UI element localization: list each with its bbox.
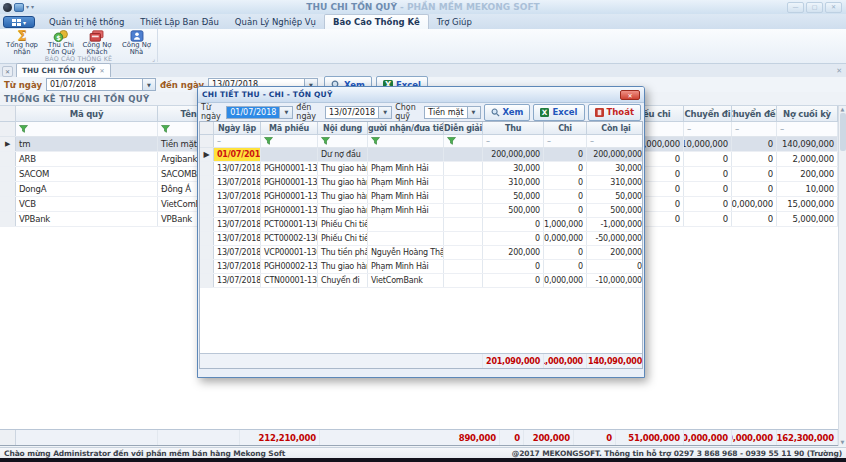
filter-funnel-icon[interactable] bbox=[447, 137, 456, 145]
ribbon-button-customer-debt[interactable]: Công NợKhách Hàng bbox=[78, 30, 116, 55]
filter-operator-cell[interactable]: – bbox=[684, 122, 732, 136]
cell: Thu giao hàng bbox=[318, 204, 368, 217]
column-header[interactable]: Mã quỹ bbox=[16, 106, 158, 122]
document-tab[interactable]: THU CHI TỒN QUỸ ✕ bbox=[16, 63, 111, 77]
dialog-table-row[interactable]: 13/07/2018PGH00001-130718Thu giao hàngPh… bbox=[200, 176, 642, 190]
total-cell: 10,000,000 bbox=[684, 430, 732, 445]
filter-operator-cell[interactable]: – bbox=[544, 135, 587, 147]
save-icon[interactable] bbox=[14, 3, 24, 12]
cell: Phiếu Chi tiền bbox=[318, 218, 368, 231]
dialog-table-row[interactable]: 13/07/2018PGH00001-130718Thu giao hàngPh… bbox=[200, 162, 642, 176]
titlebar-customize-icon[interactable]: ▾ bbox=[31, 4, 34, 10]
ribbon-tab-2[interactable]: Thiết Lập Ban Đầu bbox=[132, 15, 227, 29]
window-bottom-edge bbox=[0, 458, 846, 462]
dialog-table-row[interactable]: ▶01/07/2018Dư nợ đầu200,000,0000200,000,… bbox=[200, 148, 642, 162]
dialog-from-date-input[interactable]: 01/07/2018 ▼ bbox=[226, 106, 293, 119]
column-header[interactable]: Mã phiếu bbox=[261, 122, 318, 135]
tab-list-icon[interactable]: ✕ bbox=[836, 67, 842, 75]
maximize-icon[interactable]: ▢ bbox=[806, 2, 823, 13]
column-header[interactable]: Thu bbox=[483, 122, 544, 135]
cell: Phạm Minh Hải bbox=[368, 204, 444, 217]
tab-close-icon[interactable]: ✕ bbox=[100, 67, 105, 74]
dialog-table-row[interactable]: 13/07/2018CTN00001-130718Chuyển điVietCo… bbox=[200, 274, 642, 288]
column-header[interactable]: Diễn giải bbox=[444, 122, 483, 135]
column-header[interactable]: Người nhận/đưa tiền bbox=[368, 122, 444, 135]
ribbon-button-coins[interactable]: $Thu ChiTồn Quỹ bbox=[44, 30, 78, 55]
cell: VCP00001-130718 bbox=[261, 246, 318, 259]
status-bar: Chào mừng Administrator đến với phần mềm… bbox=[0, 447, 846, 458]
close-all-tabs-icon[interactable]: ✕ bbox=[2, 66, 13, 77]
scroll-down-icon[interactable]: ▼ bbox=[841, 439, 845, 446]
app-orb-icon[interactable] bbox=[3, 3, 12, 12]
dialog-table-row[interactable]: 13/07/2018PGH00001-130718Thu giao hàngPh… bbox=[200, 190, 642, 204]
vertical-scrollbar[interactable]: ▲ ▼ bbox=[838, 106, 846, 446]
scrollbar-thumb[interactable] bbox=[840, 113, 846, 151]
cell: 0 bbox=[684, 212, 732, 226]
column-header[interactable]: Chuyển đến bbox=[732, 106, 777, 122]
column-header[interactable]: Chuyển đi bbox=[684, 106, 732, 122]
cell: 01/07/2018 bbox=[214, 148, 261, 161]
cell: ARB bbox=[16, 152, 158, 166]
close-icon[interactable]: ✕ bbox=[825, 2, 842, 13]
cell: Thu giao hàng bbox=[318, 176, 368, 189]
filter-funnel-cell[interactable] bbox=[261, 135, 318, 147]
cell: Dư nợ đầu bbox=[318, 148, 368, 161]
chevron-down-icon[interactable]: ▼ bbox=[467, 107, 480, 118]
ribbon-tab-3[interactable]: Quản Lý Nghiệp Vụ bbox=[227, 15, 324, 29]
cell: 0 bbox=[684, 197, 732, 211]
filter-operator-cell[interactable]: – bbox=[587, 135, 643, 147]
chevron-down-icon[interactable]: ▼ bbox=[142, 79, 155, 90]
filter-funnel-cell[interactable] bbox=[368, 135, 444, 147]
filter-funnel-icon[interactable] bbox=[19, 125, 28, 133]
fund-select[interactable]: Tiền mặt ▼ bbox=[424, 106, 480, 119]
filter-funnel-icon[interactable] bbox=[264, 137, 273, 145]
chevron-down-icon[interactable]: ▼ bbox=[378, 107, 391, 118]
dialog-close-button[interactable]: ✕ bbox=[620, 90, 640, 100]
column-header[interactable]: Chi bbox=[544, 122, 587, 135]
total-cell: 10,000,000 bbox=[732, 430, 777, 445]
column-header[interactable]: Nợ cuối kỳ bbox=[777, 106, 838, 122]
filter-operator-cell[interactable]: – bbox=[777, 122, 838, 136]
dialog-view-button[interactable]: Xem bbox=[484, 104, 531, 121]
group-dialog-launcher-icon[interactable]: ⌟ bbox=[152, 56, 155, 62]
ribbon-tab-1[interactable]: Quản trị hệ thống bbox=[41, 15, 132, 29]
filter-funnel-cell[interactable] bbox=[16, 122, 158, 136]
minimize-icon[interactable]: — bbox=[787, 2, 804, 13]
column-header[interactable]: Nội dung bbox=[318, 122, 368, 135]
filter-funnel-cell[interactable] bbox=[444, 135, 483, 147]
total-cell bbox=[158, 430, 240, 445]
filter-funnel-icon[interactable] bbox=[161, 125, 170, 133]
dialog-table-row[interactable]: 13/07/2018PCT00002-130718Phiếu Chi tiền0… bbox=[200, 232, 642, 246]
ribbon-button-sigma[interactable]: ΣTổng hợp nhậngiao hàng bbox=[0, 30, 44, 55]
cell: DongA bbox=[16, 182, 158, 196]
filter-operator-cell[interactable]: – bbox=[214, 135, 261, 147]
filter-operator-cell[interactable]: – bbox=[732, 122, 777, 136]
filter-funnel-cell[interactable] bbox=[318, 135, 368, 147]
ribbon-tab-5[interactable]: Trợ Giúp bbox=[429, 15, 480, 29]
ribbon-tab-4[interactable]: Báo Cáo Thống Kê bbox=[324, 14, 429, 29]
row-indicator bbox=[200, 232, 214, 245]
dialog-exit-button[interactable]: Thoát bbox=[588, 104, 642, 121]
dialog-table-row[interactable]: 13/07/2018PGH00001-130718Thu giao hàngPh… bbox=[200, 204, 642, 218]
from-date-input[interactable]: 01/07/2018 ▼ bbox=[46, 78, 156, 91]
quick-access-dropdown-icon[interactable]: ▾ bbox=[26, 4, 29, 10]
row-indicator bbox=[0, 197, 16, 211]
row-indicator bbox=[0, 182, 16, 196]
dialog-table-row[interactable]: 13/07/2018VCP00001-130718Thu tiền phàNgu… bbox=[200, 246, 642, 260]
dialog-table-row[interactable]: 13/07/2018PGH00002-130718Thu giao hàngPh… bbox=[200, 260, 642, 274]
filter-funnel-icon[interactable] bbox=[321, 137, 330, 145]
scroll-up-icon[interactable]: ▲ bbox=[841, 106, 845, 113]
app-menu-button[interactable]: ▾ bbox=[3, 16, 35, 28]
filter-funnel-icon[interactable] bbox=[371, 137, 380, 145]
cell: PGH00001-130718 bbox=[261, 176, 318, 189]
dialog-excel-button[interactable]: X Excel bbox=[533, 104, 584, 121]
column-header[interactable]: Còn lại bbox=[587, 122, 643, 135]
cell: 200,000,000 bbox=[587, 148, 643, 161]
cell: VPBank bbox=[16, 212, 158, 226]
chevron-down-icon[interactable]: ▼ bbox=[279, 107, 292, 118]
ribbon-button-supplier-debt[interactable]: Công Nợ NhàCung Cấp bbox=[116, 30, 157, 55]
dialog-to-date-input[interactable]: 13/07/2018 ▼ bbox=[325, 106, 392, 119]
filter-operator-cell[interactable]: – bbox=[483, 135, 544, 147]
dialog-table-row[interactable]: 13/07/2018PCT00001-130718Phiếu Chi tiền0… bbox=[200, 218, 642, 232]
column-header[interactable]: Ngày lập bbox=[214, 122, 261, 135]
